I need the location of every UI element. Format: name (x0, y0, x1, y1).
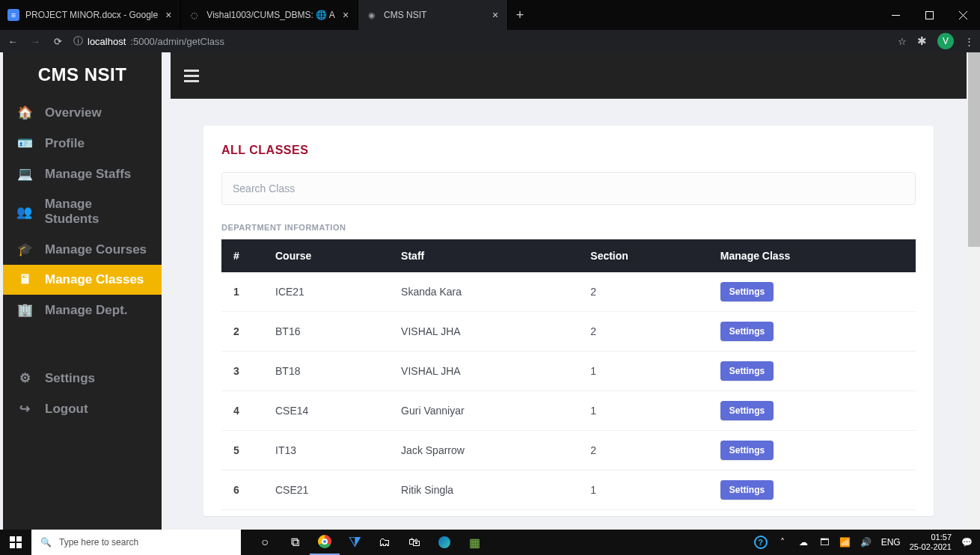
cell-staff: VISHAL JHA (392, 352, 581, 391)
notifications-icon[interactable]: 💬 (961, 537, 973, 548)
language-indicator[interactable]: ENG (881, 537, 901, 548)
store-icon[interactable]: 🛍 (399, 530, 429, 555)
cell-n: 1 (221, 272, 266, 312)
page-heading: ALL CLASSES (221, 144, 916, 157)
site-info-icon[interactable]: ⓘ (73, 34, 83, 48)
sidebar-item-label: Manage Dept. (45, 303, 128, 318)
close-icon[interactable]: × (491, 7, 500, 22)
sidebar-item-profile[interactable]: 🪪Profile (3, 128, 162, 159)
sidebar-item-settings[interactable]: ⚙Settings (3, 363, 162, 393)
menu-icon: 🖥 (16, 272, 33, 287)
col-staff: Staff (392, 239, 581, 272)
classes-table: # Course Staff Section Manage Class 1ICE… (221, 239, 916, 510)
kebab-menu-icon[interactable]: ⋮ (964, 36, 974, 47)
taskbar-search-placeholder: Type here to search (59, 537, 138, 548)
table-row: 3BT18VISHAL JHA1Settings (221, 352, 916, 391)
close-window-button[interactable] (946, 0, 980, 30)
site-favicon-icon: ◉ (366, 9, 378, 21)
sidebar-item-manage-students[interactable]: 👥Manage Students (3, 189, 162, 234)
profile-avatar[interactable]: V (937, 33, 954, 49)
menu-icon: 🏢 (16, 302, 33, 318)
brand-title: CMS NSIT (3, 52, 162, 97)
volume-icon[interactable]: 🔊 (860, 537, 872, 548)
battery-icon[interactable]: 🗔 (818, 537, 830, 548)
row-settings-button[interactable]: Settings (720, 441, 774, 460)
bookmark-star-icon[interactable]: ☆ (898, 36, 907, 47)
sidebar-item-logout[interactable]: ↪Logout (3, 393, 162, 424)
start-button[interactable] (0, 530, 31, 555)
search-icon: 🔍 (40, 537, 52, 548)
browser-tab-active[interactable]: ◉ CMS NSIT × (358, 0, 508, 30)
sidebar-item-overview[interactable]: 🏠Overview (3, 97, 162, 128)
cell-staff: VISHAL JHA (392, 312, 581, 352)
cortana-icon[interactable]: ○ (250, 530, 280, 555)
svg-rect-4 (10, 536, 15, 542)
browser-toolbar: ← → ⟳ ⓘ localhost:5000/admin/getClass ☆ … (0, 30, 980, 52)
scrollbar-track[interactable] (968, 52, 980, 530)
app-icon[interactable]: ▦ (459, 530, 489, 555)
close-icon[interactable]: × (341, 7, 350, 22)
wifi-icon[interactable]: 📶 (839, 537, 851, 548)
explorer-icon[interactable]: 🗂 (370, 530, 399, 555)
menu-icon: ⚙ (16, 370, 33, 386)
tab-title: CMS NSIT (384, 10, 485, 20)
browser-tab[interactable]: ≡ PROJECT MINOR.docx - Google × (0, 0, 181, 30)
browser-tab[interactable]: ◌ Vishal1003/CUMS_DBMS: 🌐 A × (181, 0, 358, 30)
scrollbar-thumb[interactable] (968, 52, 980, 247)
svg-rect-1 (926, 11, 934, 19)
row-settings-button[interactable]: Settings (720, 282, 774, 301)
cell-section: 1 (581, 352, 711, 391)
close-icon[interactable]: × (164, 7, 173, 22)
onedrive-icon[interactable]: ☁ (797, 537, 809, 548)
sidebar-item-manage-staffs[interactable]: 💻Manage Staffs (3, 159, 162, 189)
taskview-icon[interactable]: ⧉ (280, 530, 310, 555)
new-tab-button[interactable]: + (508, 0, 532, 30)
reload-button[interactable]: ⟳ (51, 36, 64, 47)
sidebar-item-label: Profile (45, 136, 85, 151)
row-settings-button[interactable]: Settings (720, 401, 774, 420)
cell-manage: Settings (711, 470, 916, 510)
cell-course: IT13 (266, 431, 392, 470)
row-settings-button[interactable]: Settings (720, 480, 774, 500)
help-icon[interactable]: ? (754, 536, 768, 549)
url-host: localhost (88, 36, 126, 47)
browser-titlebar: ≡ PROJECT MINOR.docx - Google × ◌ Vishal… (0, 0, 980, 30)
cell-section: 2 (581, 312, 711, 352)
row-settings-button[interactable]: Settings (720, 322, 774, 341)
maximize-button[interactable] (913, 0, 946, 30)
cell-staff: Guri Vanniyar (392, 391, 581, 431)
hamburger-icon[interactable] (184, 70, 199, 82)
sidebar-item-label: Manage Staffs (45, 167, 131, 182)
search-input[interactable] (221, 172, 916, 205)
windows-taskbar: 🔍 Type here to search ○ ⧉ ⧩ 🗂 🛍 ▦ ? ˄ ☁ … (0, 530, 980, 555)
taskbar-search[interactable]: 🔍 Type here to search (31, 530, 241, 555)
table-row: 5IT13Jack Sparrow2Settings (221, 431, 916, 470)
sidebar-item-manage-courses[interactable]: 🎓Manage Courses (3, 234, 162, 265)
sidebar-item-label: Logout (45, 402, 88, 417)
clock[interactable]: 01:57 25-02-2021 (910, 533, 952, 551)
cell-n: 6 (221, 470, 266, 510)
extensions-icon[interactable]: ✱ (917, 34, 927, 48)
edge-icon[interactable] (429, 530, 459, 555)
tray-chevron-icon[interactable]: ˄ (777, 537, 788, 548)
row-settings-button[interactable]: Settings (720, 361, 774, 381)
url-path: :5000/admin/getClass (130, 36, 224, 47)
sidebar: CMS NSIT 🏠Overview🪪Profile💻Manage Staffs… (3, 52, 162, 530)
forward-button[interactable]: → (28, 36, 42, 47)
clock-date: 25-02-2021 (910, 542, 952, 552)
svg-rect-6 (10, 543, 15, 548)
chrome-icon[interactable] (310, 530, 340, 555)
sidebar-item-manage-classes[interactable]: 🖥Manage Classes (3, 265, 162, 295)
tab-title: Vishal1003/CUMS_DBMS: 🌐 A (206, 10, 335, 20)
cell-n: 3 (221, 352, 266, 391)
cell-staff: Jack Sparrow (392, 431, 581, 470)
cell-course: BT18 (266, 352, 392, 391)
vscode-icon[interactable]: ⧩ (340, 530, 370, 555)
back-button[interactable]: ← (6, 36, 19, 47)
address-bar[interactable]: ⓘ localhost:5000/admin/getClass (73, 34, 889, 48)
minimize-button[interactable] (879, 0, 913, 30)
svg-rect-7 (16, 543, 22, 548)
section-label: DEPARTMENT INFORMATION (221, 223, 916, 232)
sidebar-item-manage-dept-[interactable]: 🏢Manage Dept. (3, 295, 162, 325)
svg-rect-5 (16, 536, 22, 542)
